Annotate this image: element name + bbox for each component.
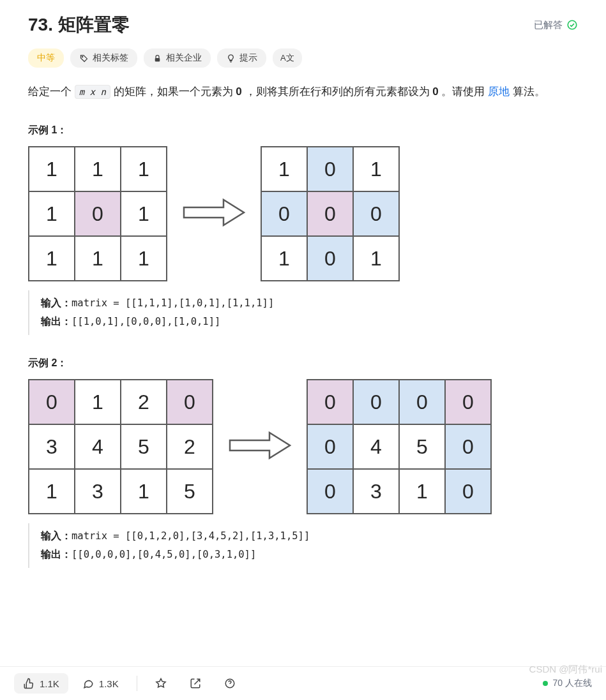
matrix-cell: 0 xyxy=(29,380,75,424)
example-2-io: 输入：matrix = [[0,1,2,0],[3,4,5,2],[1,3,1,… xyxy=(28,523,578,568)
tags-row: 中等 相关标签 相关企业 提示 A文 xyxy=(28,48,578,68)
matrix-cell: 1 xyxy=(261,236,307,281)
example-2-input-matrix: 012034521315 xyxy=(28,379,213,514)
output-code: [[1,0,1],[0,0,0],[1,0,1]] xyxy=(72,316,220,327)
input-label: 输入： xyxy=(41,297,72,308)
check-circle-icon xyxy=(566,19,578,31)
matrix-cell: 0 xyxy=(167,380,213,424)
matrix-cell: 1 xyxy=(121,469,167,514)
companies-button[interactable]: 相关企业 xyxy=(144,48,211,68)
matrix-cell: 4 xyxy=(353,424,399,469)
matrix-cell: 0 xyxy=(353,380,399,424)
matrix-cell: 1 xyxy=(29,147,75,191)
example-2-heading: 示例 2： xyxy=(28,357,578,370)
matrix-cell: 3 xyxy=(75,469,121,514)
output-label: 输出： xyxy=(41,316,72,327)
desc-text: ，则将其所在行和列的所有元素都设为 xyxy=(242,86,432,98)
matrix-cell: 0 xyxy=(307,236,353,281)
translate-icon: A文 xyxy=(280,52,294,64)
desc-bold: 0 xyxy=(236,86,241,98)
tag-icon xyxy=(79,54,89,63)
svg-rect-2 xyxy=(155,57,160,61)
matrix-cell: 2 xyxy=(121,380,167,424)
inplace-link[interactable]: 原地 xyxy=(488,86,510,98)
matrix-cell: 0 xyxy=(445,380,491,424)
example-1-input-matrix: 111101111 xyxy=(28,146,167,281)
matrix-cell: 1 xyxy=(29,469,75,514)
related-tags-button[interactable]: 相关标签 xyxy=(70,48,137,68)
solved-label: 已解答 xyxy=(534,19,563,31)
lock-icon xyxy=(153,54,162,63)
matrix-cell: 1 xyxy=(75,236,121,281)
matrix-cell: 0 xyxy=(399,380,445,424)
matrix-cell: 1 xyxy=(75,147,121,191)
matrix-cell: 0 xyxy=(445,424,491,469)
matrix-cell: 5 xyxy=(121,424,167,469)
input-code: matrix = [[0,1,2,0],[3,4,5,2],[1,3,1,5]] xyxy=(72,530,310,542)
matrix-cell: 0 xyxy=(445,469,491,514)
matrix-cell: 1 xyxy=(353,147,399,191)
matrix-cell: 1 xyxy=(399,469,445,514)
matrix-cell: 0 xyxy=(261,191,307,236)
example-1-diagram: 111101111 101000101 xyxy=(28,146,578,281)
matrix-cell: 0 xyxy=(307,380,353,424)
hint-button[interactable]: 提示 xyxy=(217,48,266,68)
matrix-cell: 0 xyxy=(307,191,353,236)
desc-text: 给定一个 xyxy=(28,86,75,98)
matrix-cell: 1 xyxy=(353,236,399,281)
input-code: matrix = [[1,1,1],[1,0,1],[1,1,1]] xyxy=(72,297,274,309)
output-label: 输出： xyxy=(41,549,72,560)
output-code: [[0,0,0,0],[0,4,5,0],[0,3,1,0]] xyxy=(72,549,256,560)
matrix-cell: 4 xyxy=(75,424,121,469)
matrix-cell: 1 xyxy=(75,380,121,424)
matrix-cell: 1 xyxy=(121,147,167,191)
hint-label: 提示 xyxy=(239,52,257,64)
matrix-cell: 1 xyxy=(29,236,75,281)
matrix-cell: 3 xyxy=(353,469,399,514)
svg-point-1 xyxy=(82,56,83,57)
matrix-cell: 5 xyxy=(167,469,213,514)
matrix-cell: 0 xyxy=(307,147,353,191)
example-1-heading: 示例 1： xyxy=(28,124,578,137)
example-1-io: 输入：matrix = [[1,1,1],[1,0,1],[1,1,1]] 输出… xyxy=(28,290,578,335)
matrix-cell: 1 xyxy=(121,191,167,236)
example-2-output-matrix: 000004500310 xyxy=(307,379,492,514)
input-label: 输入： xyxy=(41,530,72,541)
matrix-cell: 1 xyxy=(29,191,75,236)
inline-code: m x n xyxy=(75,85,110,99)
matrix-cell: 3 xyxy=(29,424,75,469)
difficulty-tag[interactable]: 中等 xyxy=(28,48,64,68)
example-2-diagram: 012034521315 000004500310 xyxy=(28,379,578,514)
desc-text: 的矩阵，如果一个元素为 xyxy=(110,86,236,98)
problem-title: 73. 矩阵置零 xyxy=(28,13,130,37)
desc-bold: 0 xyxy=(432,86,438,98)
desc-text: 算法。 xyxy=(510,86,545,98)
arrow-icon xyxy=(179,193,249,234)
matrix-cell: 1 xyxy=(121,236,167,281)
matrix-cell: 5 xyxy=(399,424,445,469)
lightbulb-icon xyxy=(226,54,236,63)
translate-button[interactable]: A文 xyxy=(273,48,302,68)
desc-text: 。请使用 xyxy=(439,86,488,98)
header-row: 73. 矩阵置零 已解答 xyxy=(28,13,578,37)
problem-description: 给定一个 m x n 的矩阵，如果一个元素为 0 ，则将其所在行和列的所有元素都… xyxy=(28,82,578,102)
matrix-cell: 0 xyxy=(307,469,353,514)
example-1-output-matrix: 101000101 xyxy=(261,146,400,281)
matrix-cell: 0 xyxy=(353,191,399,236)
companies-label: 相关企业 xyxy=(166,52,202,64)
arrow-icon xyxy=(225,426,295,467)
solved-status: 已解答 xyxy=(534,19,578,31)
matrix-cell: 1 xyxy=(261,147,307,191)
related-tags-label: 相关标签 xyxy=(93,52,128,64)
matrix-cell: 0 xyxy=(75,191,121,236)
matrix-cell: 0 xyxy=(307,424,353,469)
matrix-cell: 2 xyxy=(167,424,213,469)
problem-container: 73. 矩阵置零 已解答 中等 相关标签 相关企业 提示 A文 给定一个 m x… xyxy=(0,0,606,625)
